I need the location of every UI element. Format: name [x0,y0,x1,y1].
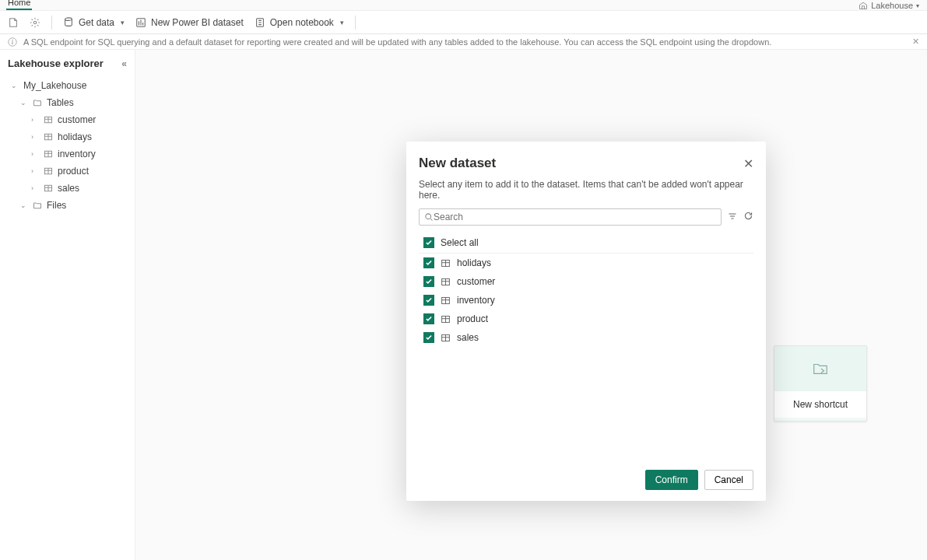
dataset-item-label: holidays [457,257,491,268]
info-icon [8,37,17,47]
shortcut-folder-icon [812,360,829,377]
dataset-icon [135,17,146,28]
table-icon [441,277,451,287]
tree-table-item[interactable]: › holidays [0,128,135,145]
dataset-item-row[interactable]: product [419,310,753,328]
table-icon [441,258,451,268]
new-shortcut-card[interactable]: New shortcut [774,345,867,422]
dataset-item-row[interactable]: holidays [419,254,753,272]
explorer-tree: ⌄ My_Lakehouse ⌄ Tables › customer › hol… [0,77,135,214]
dataset-item-label: inventory [457,295,495,306]
cancel-button[interactable]: Cancel [704,470,753,490]
check-icon [425,315,433,323]
modal-close-button[interactable]: ✕ [743,156,753,171]
refresh-button[interactable] [743,211,753,223]
check-icon [425,334,433,341]
get-data-button[interactable]: Get data ▾ [63,17,125,28]
info-banner-text: A SQL endpoint for SQL querying and a de… [23,37,771,47]
svg-point-5 [12,40,13,41]
svg-point-12 [426,214,431,219]
workspace-badge[interactable]: Lakehouse ▾ [859,1,927,10]
open-notebook-label: Open notebook [270,17,334,28]
check-icon [425,278,433,285]
ribbon-settings-button[interactable] [30,17,40,28]
modal-subtitle: Select any item to add it to the dataset… [419,179,753,201]
separator [51,16,52,30]
new-powerbi-dataset-button[interactable]: New Power BI dataset [135,17,244,28]
tree-table-label: holidays [58,131,92,142]
svg-rect-6 [12,41,12,44]
checkbox-checked[interactable] [423,237,434,248]
tree-table-item[interactable]: › product [0,163,135,180]
tree-files-folder[interactable]: ⌄ Files [0,197,135,214]
search-input-wrapper[interactable] [419,208,722,226]
select-all-row[interactable]: Select all [419,233,753,254]
folder-icon [33,201,42,210]
tree-tables-folder[interactable]: ⌄ Tables [0,94,135,111]
tree-files-label: Files [47,200,66,211]
collapse-sidebar-button[interactable]: « [121,58,127,69]
chevron-down-icon: ▾ [916,2,919,9]
tree-root-lakehouse[interactable]: ⌄ My_Lakehouse [0,77,135,94]
search-icon [424,212,434,222]
table-icon [44,184,53,193]
dataset-item-row[interactable]: inventory [419,291,753,310]
close-banner-button[interactable]: ✕ [912,37,919,47]
filter-icon [728,212,737,221]
new-shortcut-label: New shortcut [774,391,866,418]
dataset-item-row[interactable]: customer [419,272,753,291]
chevron-down-icon: ▾ [340,19,344,26]
dataset-item-list: Select all holidays customer inventory [419,233,753,347]
checkbox-checked[interactable] [423,332,434,343]
info-banner: A SQL endpoint for SQL querying and a de… [0,34,927,50]
ribbon-new-file-button[interactable] [8,17,19,28]
ribbon-toolbar: Get data ▾ New Power BI dataset Open not… [0,11,927,34]
search-input[interactable] [434,212,716,222]
tree-table-label: customer [58,114,96,125]
app-top-tabs: Home Lakehouse ▾ [0,0,927,11]
check-icon [425,259,433,267]
refresh-icon [743,211,753,221]
svg-point-1 [65,17,72,20]
table-icon [44,115,53,124]
select-all-label: Select all [441,237,479,248]
tree-table-item[interactable]: › sales [0,180,135,197]
tree-table-item[interactable]: › customer [0,111,135,128]
page-plus-icon [8,17,19,28]
table-icon [441,296,451,306]
main-area: Lakehouse explorer « ⌄ My_Lakehouse ⌄ Ta… [0,50,927,560]
table-icon [44,166,53,176]
checkbox-checked[interactable] [423,276,434,287]
dataset-item-row[interactable]: sales [419,328,753,347]
database-down-icon [63,17,74,28]
svg-point-0 [33,21,37,24]
chevron-down-icon: ⌄ [20,201,28,209]
tree-tables-label: Tables [47,97,74,108]
modal-title: New dataset [419,156,496,171]
checkbox-checked[interactable] [423,295,434,306]
chevron-down-icon: ⌄ [11,82,19,89]
table-icon [44,132,53,142]
new-dataset-label: New Power BI dataset [151,17,244,28]
chevron-right-icon: › [31,150,39,158]
checkbox-checked[interactable] [423,257,434,268]
table-icon [441,314,451,324]
tree-table-label: inventory [58,149,96,159]
gear-icon [30,17,40,28]
tree-table-item[interactable]: › inventory [0,145,135,163]
workspace-label: Lakehouse [871,1,913,10]
tab-home[interactable]: Home [6,0,32,10]
table-icon [441,333,451,343]
open-notebook-button[interactable]: Open notebook ▾ [255,17,344,28]
check-icon [425,296,433,304]
filter-button[interactable] [728,212,737,223]
confirm-button[interactable]: Confirm [645,470,698,490]
checkbox-checked[interactable] [423,313,434,324]
check-icon [425,239,433,247]
tree-table-label: product [58,166,89,177]
sidebar-title: Lakehouse explorer [8,58,104,69]
notebook-icon [255,17,265,28]
chevron-right-icon: › [31,184,39,192]
chevron-down-icon: ▾ [121,19,125,26]
table-icon [44,149,53,159]
